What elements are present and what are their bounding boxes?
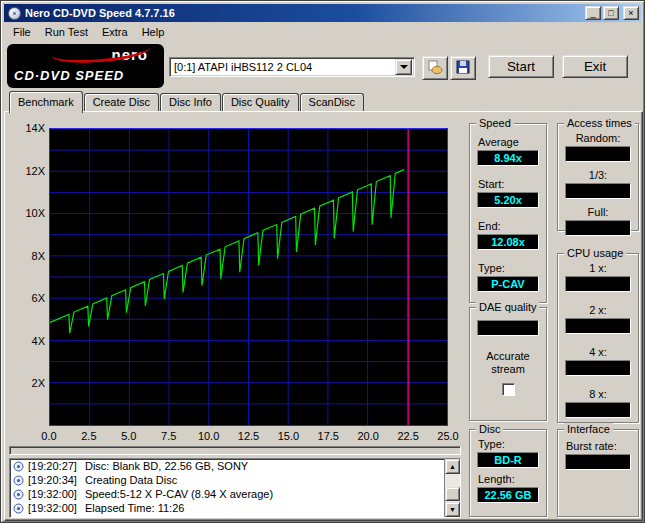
cpu-2x-value <box>565 318 631 334</box>
log-entry[interactable]: [19:20:27] Disc: Blank BD, 22.56 GB, SON… <box>10 459 460 473</box>
read-speed-curve <box>50 170 404 333</box>
dae-quality-group-title: DAE quality <box>476 301 539 313</box>
window-title: Nero CD-DVD Speed 4.7.7.16 <box>25 7 585 19</box>
log-entry-time: [19:20:27] <box>28 460 77 472</box>
chart-svg <box>50 129 447 425</box>
titlebar[interactable]: Nero CD-DVD Speed 4.7.7.16 _ □ × <box>4 4 641 22</box>
access-times-group: Access times Random: 1/3: Full: <box>557 123 639 231</box>
dae-quality-group: DAE quality Accurate stream <box>469 307 547 421</box>
x-tick-label: 2.5 <box>72 430 106 442</box>
disc-type-field: Type: BD-R <box>470 438 546 468</box>
menu-file[interactable]: File <box>6 24 38 40</box>
one-third-value <box>565 183 631 199</box>
interface-group-title: Interface <box>564 423 613 435</box>
log-entry[interactable]: [19:20:34] Creating Data Disc <box>10 473 460 487</box>
y-tick-label: 6X <box>13 292 45 304</box>
disc-length-label: Length: <box>478 473 538 485</box>
speed-start-field: Start: 5.20x <box>470 178 546 208</box>
cd-disc-icon[interactable] <box>8 7 21 20</box>
log-entry-text: Speed:5-12 X P-CAV (8.94 X average) <box>85 488 273 500</box>
tab-scandisc[interactable]: ScanDisc <box>300 93 364 111</box>
tab-disc-info[interactable]: Disc Info <box>160 93 221 111</box>
disc-type-label: Type: <box>478 438 538 450</box>
floppy-save-icon <box>455 59 471 78</box>
dae-quality-value <box>477 320 539 336</box>
eject-load-disc-button[interactable] <box>422 56 448 80</box>
tab-disc-quality[interactable]: Disc Quality <box>222 93 299 111</box>
end-label: End: <box>478 220 538 232</box>
average-label: Average <box>478 136 538 148</box>
log-entry-icon <box>13 475 24 486</box>
random-access-field: Random: <box>558 132 638 162</box>
type-label: Type: <box>478 262 538 274</box>
y-tick-label: 4X <box>13 335 45 347</box>
log-entry-time: [19:20:34] <box>28 474 77 486</box>
cpu-2x-label: 2 x: <box>558 304 638 316</box>
tab-benchmark[interactable]: Benchmark <box>9 91 83 113</box>
speed-average-field: Average 8.94x <box>470 136 546 166</box>
x-tick-label: 7.5 <box>152 430 186 442</box>
cpu-2x-field: 2 x: <box>558 304 638 334</box>
disc-length-value: 22.56 GB <box>477 487 539 503</box>
accurate-stream-checkbox[interactable] <box>502 383 515 396</box>
app-window: Nero CD-DVD Speed 4.7.7.16 _ □ × File Ru… <box>0 0 645 523</box>
scrollbar-thumb[interactable] <box>445 487 460 501</box>
start-value: 5.20x <box>477 192 539 208</box>
type-value: P-CAV <box>477 276 539 292</box>
maximize-button[interactable]: □ <box>603 6 619 20</box>
disc-group-title: Disc <box>476 423 503 435</box>
x-tick-label: 17.5 <box>311 430 345 442</box>
drive-selector-combobox[interactable]: [0:1] ATAPI iHBS112 2 CL04 <box>169 57 415 77</box>
menu-extra[interactable]: Extra <box>95 24 135 40</box>
menu-run-test[interactable]: Run Test <box>38 24 95 40</box>
x-tick-label: 22.5 <box>391 430 425 442</box>
cpu-usage-group: CPU usage 1 x: 2 x: 4 x: 8 x: <box>557 253 639 423</box>
x-tick-label: 15.0 <box>271 430 305 442</box>
full-label: Full: <box>558 206 638 218</box>
accurate-stream-label: Accurate stream <box>470 350 546 376</box>
minimize-button[interactable]: _ <box>585 6 601 20</box>
close-button[interactable]: × <box>623 6 639 20</box>
cpu-4x-value <box>565 360 631 376</box>
log-entry-time: [19:32:00] <box>28 488 77 500</box>
end-value: 12.08x <box>477 234 539 250</box>
benchmark-chart <box>49 128 448 426</box>
x-tick-label: 5.0 <box>112 430 146 442</box>
average-value: 8.94x <box>477 150 539 166</box>
speed-type-field: Type: P-CAV <box>470 262 546 292</box>
log-entry-text: Elapsed Time: 11:26 <box>85 502 184 514</box>
full-access-field: Full: <box>558 206 638 236</box>
y-tick-label: 2X <box>13 377 45 389</box>
cpu-1x-label: 1 x: <box>558 262 638 274</box>
full-value <box>565 220 631 236</box>
log-scrollbar[interactable]: ▲ ▼ <box>444 459 460 517</box>
menu-help[interactable]: Help <box>135 24 172 40</box>
log-entry[interactable]: [19:32:00] Elapsed Time: 11:26 <box>10 501 460 515</box>
cpu-8x-field: 8 x: <box>558 388 638 418</box>
y-tick-label: 10X <box>13 207 45 219</box>
cpu-8x-label: 8 x: <box>558 388 638 400</box>
x-tick-label: 0.0 <box>32 430 66 442</box>
log-entry-icon <box>13 503 24 514</box>
save-results-button[interactable] <box>450 56 476 80</box>
x-tick-label: 20.0 <box>351 430 385 442</box>
scroll-up-button[interactable]: ▲ <box>445 459 460 474</box>
hand-with-disc-icon <box>427 59 443 78</box>
x-tick-label: 10.0 <box>192 430 226 442</box>
cpu-4x-field: 4 x: <box>558 346 638 376</box>
log-entry[interactable]: [19:32:00] Speed:5-12 X P-CAV (8.94 X av… <box>10 487 460 501</box>
y-tick-label: 12X <box>13 165 45 177</box>
disc-group: Disc Type: BD-R Length: 22.56 GB <box>469 429 547 517</box>
drive-selector-dropdown-button[interactable] <box>395 59 412 75</box>
speed-end-field: End: 12.08x <box>470 220 546 250</box>
log-listbox[interactable]: [19:20:27] Disc: Blank BD, 22.56 GB, SON… <box>9 458 461 518</box>
start-button[interactable]: Start <box>488 55 554 78</box>
window-controls: _ □ × <box>585 6 639 20</box>
nero-logo: nero CD·DVD SPEED <box>7 44 164 88</box>
tab-create-disc[interactable]: Create Disc <box>84 93 159 111</box>
log-entry-text: Creating Data Disc <box>85 474 177 486</box>
scroll-down-button[interactable]: ▼ <box>445 502 460 517</box>
tab-bar: Benchmark Create Disc Disc Info Disc Qua… <box>4 90 365 112</box>
start-label: Start: <box>478 178 538 190</box>
exit-button[interactable]: Exit <box>562 55 628 78</box>
